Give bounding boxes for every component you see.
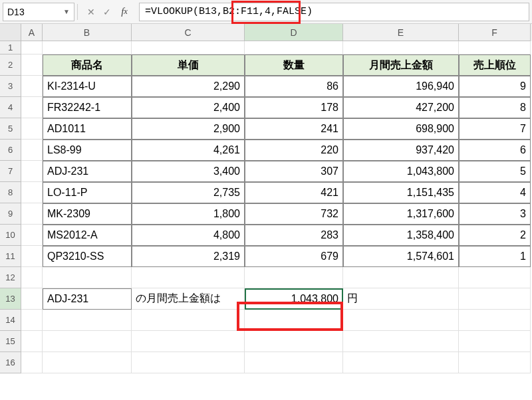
cell-D2[interactable]: 数量 bbox=[245, 54, 343, 76]
cell-F1[interactable] bbox=[459, 41, 531, 54]
cell-B8[interactable]: LO-11-P bbox=[43, 182, 132, 203]
cell-E8[interactable]: 1,151,435 bbox=[343, 182, 459, 203]
cell-D14[interactable] bbox=[245, 310, 343, 331]
cell-A8[interactable] bbox=[21, 182, 43, 203]
col-header-D[interactable]: D bbox=[245, 24, 343, 41]
row-header-13[interactable]: 13 bbox=[0, 288, 21, 310]
cell-E10[interactable]: 1,358,400 bbox=[343, 225, 459, 246]
cell-A1[interactable] bbox=[21, 41, 43, 54]
cell-D12[interactable] bbox=[245, 267, 343, 288]
row-header-15[interactable]: 15 bbox=[0, 331, 21, 352]
cell-F10[interactable]: 2 bbox=[459, 225, 531, 246]
cell-E7[interactable]: 1,043,800 bbox=[343, 161, 459, 182]
cell-A9[interactable] bbox=[21, 203, 43, 225]
cell-D7[interactable]: 307 bbox=[245, 161, 343, 182]
cell-E1[interactable] bbox=[343, 41, 459, 54]
cell-D11[interactable]: 679 bbox=[245, 246, 343, 267]
cell-E3[interactable]: 196,940 bbox=[343, 76, 459, 97]
cell-B6[interactable]: LS8-99 bbox=[43, 140, 132, 161]
cell-F15[interactable] bbox=[459, 331, 531, 352]
col-header-B[interactable]: B bbox=[43, 24, 132, 41]
cell-C10[interactable]: 4,800 bbox=[132, 225, 245, 246]
cell-F16[interactable] bbox=[459, 352, 531, 373]
cell-D9[interactable]: 732 bbox=[245, 203, 343, 225]
cell-C8[interactable]: 2,735 bbox=[132, 182, 245, 203]
row-header-1[interactable]: 1 bbox=[0, 41, 21, 54]
cell-D3[interactable]: 86 bbox=[245, 76, 343, 97]
cell-A6[interactable] bbox=[21, 140, 43, 161]
cell-C12[interactable] bbox=[132, 267, 245, 288]
cell-A11[interactable] bbox=[21, 246, 43, 267]
cell-C3[interactable]: 2,290 bbox=[132, 76, 245, 97]
cell-C11[interactable]: 2,319 bbox=[132, 246, 245, 267]
fx-icon[interactable]: fx bbox=[118, 5, 131, 19]
row-header-5[interactable]: 5 bbox=[0, 118, 21, 140]
cancel-icon[interactable]: ✕ bbox=[84, 5, 98, 19]
cell-C2[interactable]: 単価 bbox=[132, 54, 245, 76]
cell-F11[interactable]: 1 bbox=[459, 246, 531, 267]
cell-A2[interactable] bbox=[21, 54, 43, 76]
row-header-12[interactable]: 12 bbox=[0, 267, 21, 288]
row-header-16[interactable]: 16 bbox=[0, 352, 21, 373]
cell-D6[interactable]: 220 bbox=[245, 140, 343, 161]
cell-B13[interactable]: ADJ-231 bbox=[43, 288, 132, 310]
cell-A3[interactable] bbox=[21, 76, 43, 97]
cell-B2[interactable]: 商品名 bbox=[43, 54, 132, 76]
confirm-icon[interactable]: ✓ bbox=[100, 5, 114, 19]
cell-B12[interactable] bbox=[43, 267, 132, 288]
row-header-10[interactable]: 10 bbox=[0, 225, 21, 246]
cell-B15[interactable] bbox=[43, 331, 132, 352]
chevron-down-icon[interactable]: ▼ bbox=[63, 8, 70, 15]
row-header-8[interactable]: 8 bbox=[0, 182, 21, 203]
cell-E9[interactable]: 1,317,600 bbox=[343, 203, 459, 225]
cell-E16[interactable] bbox=[343, 352, 459, 373]
cell-D1[interactable] bbox=[245, 41, 343, 54]
row-header-2[interactable]: 2 bbox=[0, 54, 21, 76]
cell-F6[interactable]: 6 bbox=[459, 140, 531, 161]
row-header-7[interactable]: 7 bbox=[0, 161, 21, 182]
cell-C13[interactable]: の月間売上金額は bbox=[132, 288, 245, 310]
cell-F12[interactable] bbox=[459, 267, 531, 288]
cell-B3[interactable]: KI-2314-U bbox=[43, 76, 132, 97]
cell-B16[interactable] bbox=[43, 352, 132, 373]
cell-F8[interactable]: 4 bbox=[459, 182, 531, 203]
cell-A7[interactable] bbox=[21, 161, 43, 182]
row-header-11[interactable]: 11 bbox=[0, 246, 21, 267]
cell-A5[interactable] bbox=[21, 118, 43, 140]
cell-C9[interactable]: 1,800 bbox=[132, 203, 245, 225]
cell-E12[interactable] bbox=[343, 267, 459, 288]
cell-C15[interactable] bbox=[132, 331, 245, 352]
cell-B11[interactable]: QP3210-SS bbox=[43, 246, 132, 267]
cell-E2[interactable]: 月間売上金額 bbox=[343, 54, 459, 76]
cell-F13[interactable] bbox=[459, 288, 531, 310]
name-box[interactable]: D13 ▼ bbox=[3, 3, 74, 21]
cell-B5[interactable]: AD1011 bbox=[43, 118, 132, 140]
row-header-3[interactable]: 3 bbox=[0, 76, 21, 97]
cell-D8[interactable]: 421 bbox=[245, 182, 343, 203]
formula-input[interactable]: =VLOOKUP(B13, B2:F11,4, FALSE) bbox=[139, 3, 529, 21]
cell-A15[interactable] bbox=[21, 331, 43, 352]
cell-F3[interactable]: 9 bbox=[459, 76, 531, 97]
cell-E6[interactable]: 937,420 bbox=[343, 140, 459, 161]
cell-F9[interactable]: 3 bbox=[459, 203, 531, 225]
cell-B7[interactable]: ADJ-231 bbox=[43, 161, 132, 182]
cell-E13[interactable]: 円 bbox=[343, 288, 459, 310]
cell-A4[interactable] bbox=[21, 97, 43, 118]
cell-F5[interactable]: 7 bbox=[459, 118, 531, 140]
cell-F2[interactable]: 売上順位 bbox=[459, 54, 531, 76]
col-header-F[interactable]: F bbox=[459, 24, 531, 41]
cell-C16[interactable] bbox=[132, 352, 245, 373]
col-header-A[interactable]: A bbox=[21, 24, 43, 41]
cell-D4[interactable]: 178 bbox=[245, 97, 343, 118]
cell-E15[interactable] bbox=[343, 331, 459, 352]
cell-E4[interactable]: 427,200 bbox=[343, 97, 459, 118]
row-header-6[interactable]: 6 bbox=[0, 140, 21, 161]
cell-A10[interactable] bbox=[21, 225, 43, 246]
cell-F4[interactable]: 8 bbox=[459, 97, 531, 118]
row-header-9[interactable]: 9 bbox=[0, 203, 21, 225]
col-header-C[interactable]: C bbox=[132, 24, 245, 41]
select-all-corner[interactable] bbox=[0, 24, 21, 41]
col-header-E[interactable]: E bbox=[343, 24, 459, 41]
cell-C5[interactable]: 2,900 bbox=[132, 118, 245, 140]
cell-D16[interactable] bbox=[245, 352, 343, 373]
